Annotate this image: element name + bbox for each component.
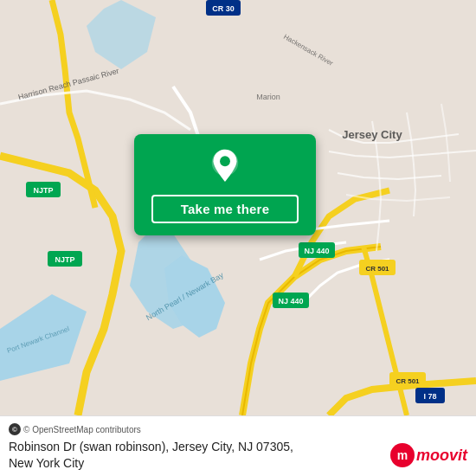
moovit-text: moovit <box>416 447 467 465</box>
location-line2: New York City <box>9 456 84 470</box>
location-pin-icon <box>206 148 244 186</box>
moovit-logo: m moovit <box>390 443 467 467</box>
svg-text:NJ 440: NJ 440 <box>278 297 303 306</box>
map-container: NJTP NJTP NJ 440 NJ 440 CR 501 CR 501 I … <box>0 0 476 415</box>
osm-credit-text: © OpenStreetMap contributors <box>23 425 141 434</box>
location-line1: Robinson Dr (swan robinson), Jersey City… <box>9 440 293 453</box>
navigation-card: Take me there <box>134 134 316 235</box>
footer: © © OpenStreetMap contributors Robinson … <box>0 415 476 476</box>
svg-point-29 <box>220 156 230 166</box>
svg-text:CR 501: CR 501 <box>396 377 420 385</box>
svg-text:I 78: I 78 <box>423 392 436 401</box>
svg-text:CR 501: CR 501 <box>365 265 389 273</box>
svg-text:Marion: Marion <box>256 93 280 101</box>
svg-text:NJTP: NJTP <box>33 186 53 195</box>
take-me-there-button[interactable]: Take me there <box>151 195 299 223</box>
svg-text:Jersey City: Jersey City <box>342 128 402 141</box>
osm-logo-icon: © <box>9 423 21 435</box>
svg-text:CR 30: CR 30 <box>212 4 235 13</box>
moovit-icon: m <box>390 443 415 467</box>
osm-credit: © © OpenStreetMap contributors <box>9 423 467 435</box>
svg-text:NJ 440: NJ 440 <box>304 247 329 255</box>
svg-text:NJTP: NJTP <box>55 255 74 264</box>
